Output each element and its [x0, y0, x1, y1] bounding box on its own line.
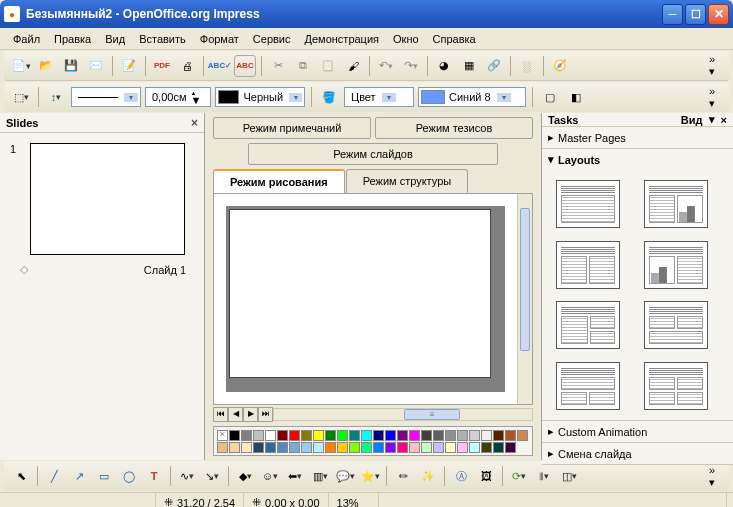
- line-endings-button[interactable]: ↕▾: [45, 86, 67, 108]
- email-button[interactable]: ✉️: [85, 55, 107, 77]
- glue-tool[interactable]: ✨: [417, 465, 439, 487]
- color-swatch[interactable]: [337, 442, 348, 453]
- cut-button[interactable]: ✂: [267, 55, 289, 77]
- menu-file[interactable]: Файл: [6, 30, 47, 48]
- line-tool[interactable]: ╱: [43, 465, 65, 487]
- color-swatch[interactable]: [229, 442, 240, 453]
- color-swatch[interactable]: [325, 430, 336, 441]
- first-slide-button[interactable]: ⏮: [213, 407, 228, 422]
- tab-notes[interactable]: Режим примечаний: [213, 117, 371, 139]
- drawbar-overflow[interactable]: »▾: [701, 465, 723, 487]
- color-swatch[interactable]: [289, 442, 300, 453]
- next-slide-button[interactable]: ▶: [243, 407, 258, 422]
- symbol-shapes-tool[interactable]: ☺▾: [259, 465, 281, 487]
- color-none[interactable]: [217, 430, 228, 441]
- rotate-tool[interactable]: ⟳▾: [508, 465, 530, 487]
- color-swatch[interactable]: [349, 442, 360, 453]
- tasks-section-layouts[interactable]: ▾Layouts: [542, 149, 733, 170]
- color-swatch[interactable]: [469, 430, 480, 441]
- tasks-view-label[interactable]: Вид: [681, 114, 703, 126]
- color-swatch[interactable]: [457, 430, 468, 441]
- maximize-button[interactable]: ☐: [685, 4, 706, 25]
- color-swatch[interactable]: [241, 430, 252, 441]
- basic-shapes-tool[interactable]: ◆▾: [234, 465, 256, 487]
- copy-button[interactable]: ⧉: [292, 55, 314, 77]
- mode-tab-outline[interactable]: Режим структуры: [346, 169, 469, 193]
- color-swatch[interactable]: [493, 430, 504, 441]
- color-swatch[interactable]: [397, 430, 408, 441]
- slide-canvas[interactable]: [229, 209, 491, 378]
- color-swatch[interactable]: [373, 442, 384, 453]
- color-swatch[interactable]: [385, 430, 396, 441]
- color-swatch[interactable]: [253, 442, 264, 453]
- color-swatch[interactable]: [421, 430, 432, 441]
- slide-effect-icon[interactable]: ◇: [20, 263, 28, 276]
- align-tool[interactable]: ⫴▾: [533, 465, 555, 487]
- redo-button[interactable]: ↷▾: [400, 55, 422, 77]
- color-swatch[interactable]: [277, 442, 288, 453]
- toolbar-overflow[interactable]: »▾: [701, 55, 723, 77]
- menu-window[interactable]: Окно: [386, 30, 426, 48]
- color-swatch[interactable]: [481, 430, 492, 441]
- undo-button[interactable]: ↶▾: [375, 55, 397, 77]
- arrow-tool[interactable]: ↗: [68, 465, 90, 487]
- save-button[interactable]: 💾: [60, 55, 82, 77]
- hyperlink-button[interactable]: 🔗: [483, 55, 505, 77]
- line-color-combo[interactable]: Черный ▾: [215, 87, 305, 107]
- shadow-button[interactable]: ▢: [539, 86, 561, 108]
- layout-item[interactable]: [644, 301, 708, 349]
- tasks-close[interactable]: ×: [721, 114, 727, 126]
- color-swatch[interactable]: [289, 430, 300, 441]
- color-swatch[interactable]: [421, 442, 432, 453]
- last-slide-button[interactable]: ⏭: [258, 407, 273, 422]
- menu-insert[interactable]: Вставить: [132, 30, 193, 48]
- menu-format[interactable]: Формат: [193, 30, 246, 48]
- color-swatch[interactable]: [325, 442, 336, 453]
- autospell-button[interactable]: ABC: [234, 55, 256, 77]
- menu-tools[interactable]: Сервис: [246, 30, 298, 48]
- tasks-section-animation[interactable]: ▸Custom Animation: [542, 421, 733, 442]
- fill-mode-combo[interactable]: Цвет ▾: [344, 87, 414, 107]
- table-button[interactable]: ▦: [458, 55, 480, 77]
- select-tool[interactable]: ⬉: [10, 465, 32, 487]
- color-swatch[interactable]: [265, 442, 276, 453]
- color-swatch[interactable]: [349, 430, 360, 441]
- color-swatch[interactable]: [409, 430, 420, 441]
- layout-item[interactable]: [644, 362, 708, 410]
- arrange-tool[interactable]: ◫▾: [558, 465, 580, 487]
- menu-view[interactable]: Вид: [98, 30, 132, 48]
- color-swatch[interactable]: [481, 442, 492, 453]
- tasks-section-master[interactable]: ▸Master Pages: [542, 127, 733, 148]
- tab-slides[interactable]: Режим слайдов: [248, 143, 498, 165]
- pointer-tool[interactable]: ⬚▾: [10, 86, 32, 108]
- fontwork-tool[interactable]: Ⓐ: [450, 465, 472, 487]
- print-button[interactable]: 🖨: [176, 55, 198, 77]
- prev-slide-button[interactable]: ◀: [228, 407, 243, 422]
- 3d-button[interactable]: ◧: [565, 86, 587, 108]
- color-swatch[interactable]: [253, 430, 264, 441]
- formatbar-overflow[interactable]: »▾: [701, 86, 723, 108]
- layout-item[interactable]: [644, 241, 708, 289]
- insert-image-tool[interactable]: 🖼: [475, 465, 497, 487]
- color-swatch[interactable]: [277, 430, 288, 441]
- layout-item[interactable]: [556, 241, 620, 289]
- layout-item[interactable]: [556, 362, 620, 410]
- block-arrows-tool[interactable]: ⬅▾: [284, 465, 306, 487]
- status-zoom[interactable]: 13%: [329, 493, 379, 507]
- color-swatch[interactable]: [301, 442, 312, 453]
- flowchart-tool[interactable]: ▥▾: [309, 465, 331, 487]
- color-swatch[interactable]: [361, 442, 372, 453]
- color-swatch[interactable]: [301, 430, 312, 441]
- ellipse-tool[interactable]: ◯: [118, 465, 140, 487]
- vertical-scrollbar[interactable]: [517, 194, 532, 404]
- rectangle-tool[interactable]: ▭: [93, 465, 115, 487]
- star-tool[interactable]: ⭐▾: [359, 465, 381, 487]
- layout-item[interactable]: [644, 180, 708, 228]
- color-swatch[interactable]: [493, 442, 504, 453]
- color-swatch[interactable]: [373, 430, 384, 441]
- color-swatch[interactable]: [505, 430, 516, 441]
- color-swatch[interactable]: [265, 430, 276, 441]
- color-swatch[interactable]: [517, 430, 528, 441]
- fill-color-combo[interactable]: Синий 8 ▾: [418, 87, 526, 107]
- callout-tool[interactable]: 💬▾: [334, 465, 356, 487]
